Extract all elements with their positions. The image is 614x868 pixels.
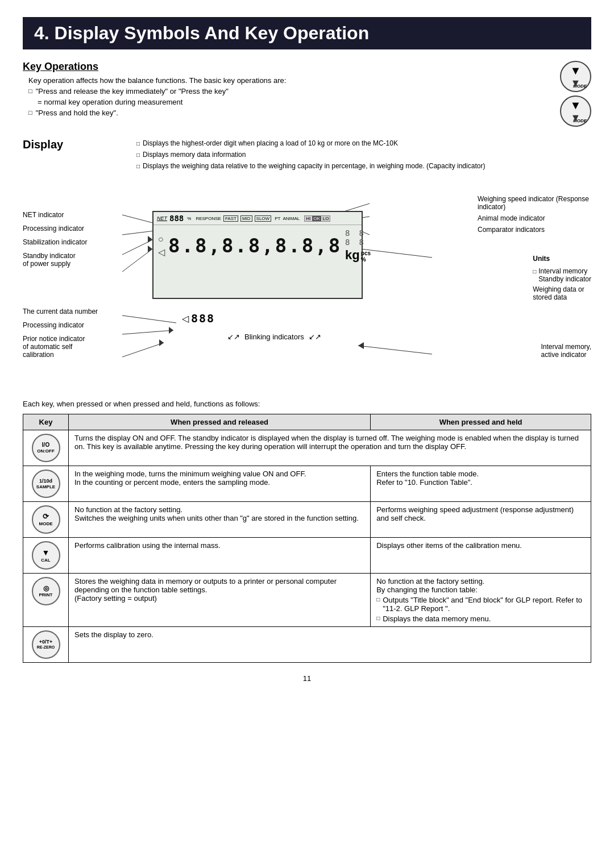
processing-indicator-2: Processing indicator xyxy=(23,321,98,329)
operations-table: Key When pressed and released When press… xyxy=(23,414,591,663)
table-row: I/O ON:OFF Turns the display ON and OFF.… xyxy=(23,430,591,466)
right-labels-top: Weighing speed indicator (Response indic… xyxy=(478,195,591,237)
bbb-digits: 888 xyxy=(191,312,215,325)
kg-unit: kg xyxy=(345,248,360,263)
cal-pressed-held: Displays other items of the calibration … xyxy=(371,538,591,574)
key-operations-heading: Key Operations xyxy=(23,61,549,73)
current-data-label: The current data number xyxy=(23,308,98,315)
svg-marker-4 xyxy=(148,236,152,243)
interval-standby-label: □ Interval memory Standby indicator xyxy=(533,267,591,283)
cal-key-icon: ▼ CAL xyxy=(32,541,60,570)
display-heading: Display xyxy=(23,138,136,151)
svg-marker-14 xyxy=(159,339,164,346)
circle-indicator: ○ xyxy=(158,234,165,244)
mode-icons-container: ▼ MODE ▼ MODE xyxy=(560,61,591,127)
col-key: Key xyxy=(23,414,69,430)
weighing-speed-label: Weighing speed indicator (Response indic… xyxy=(478,195,591,211)
table-intro: Each key, when pressed or when pressed a… xyxy=(23,400,591,408)
io-description: Turns the display ON and OFF. The standb… xyxy=(69,430,591,466)
stabilization-indicator-text: Stabilization indicator xyxy=(23,238,87,246)
top-digits: 888 xyxy=(169,214,184,223)
top-bullet-2: □ Displays memory data information xyxy=(136,149,591,160)
mode-pressed-held: Performs weighing speed adjustment (resp… xyxy=(371,502,591,538)
standby-indicator-text: Standby indicator of power supply xyxy=(23,252,87,268)
main-digits: 8.8,8.8,8.8,8 xyxy=(168,234,342,257)
scale-display-device: NET 888 % RESPONSE FAST MID SLOW PT ANIM… xyxy=(152,211,363,299)
col-pressed-released: When pressed and released xyxy=(69,414,371,430)
print-key-icon: ◎ PRINT xyxy=(32,577,60,605)
svg-line-9 xyxy=(361,249,432,258)
hi-indicator: HI xyxy=(305,216,312,221)
blinking-indicators-label: ↙↗ Blinking indicators ↙↗ xyxy=(227,333,321,341)
net-indicator-text: NET indicator xyxy=(23,211,87,219)
percent-indicator: % xyxy=(187,216,191,221)
print-pressed-held: No function at the factory setting. By c… xyxy=(371,574,591,627)
fast-indicator: FAST xyxy=(223,215,238,222)
page-number: 11 xyxy=(23,674,591,683)
comparator-label: Comparator indicators xyxy=(478,226,591,234)
table-section: Each key, when pressed or when pressed a… xyxy=(23,400,591,663)
animal-mode-label: Animal mode indicator xyxy=(478,214,591,222)
display-diagram: NET 888 % RESPONSE FAST MID SLOW PT ANIM… xyxy=(23,172,591,388)
mid-indicator: MID xyxy=(240,215,252,222)
triangle-indicator: ◁ xyxy=(158,247,165,258)
svg-marker-12 xyxy=(169,327,173,334)
interval-active-label: Interval memory, active indicator xyxy=(541,343,591,359)
lo-indicator: LO xyxy=(322,216,330,221)
units-label: Units xyxy=(533,255,591,263)
io-key-icon: I/O ON:OFF xyxy=(32,434,60,462)
percent-unit: % xyxy=(361,256,371,263)
left-labels: NET indicator Processing indicator Stabi… xyxy=(23,211,87,268)
processing-indicator-text: Processing indicator xyxy=(23,225,87,232)
net-indicator-label: NET xyxy=(157,215,167,221)
rezero-description: Sets the display to zero. xyxy=(69,627,591,663)
ok-indicator: OK xyxy=(312,216,321,221)
mode-pressed-released: No function at the factory setting. Swit… xyxy=(69,502,371,538)
key-ops-bullet2: "Press and hold the key". xyxy=(28,109,549,117)
bottom-left-labels: The current data number Processing indic… xyxy=(23,308,98,359)
small-bbb-indicator: ◁ 888 xyxy=(182,312,215,325)
key-io: I/O ON:OFF xyxy=(23,430,69,466)
key-ops-bullet1: "Press and release the key immediately" … xyxy=(28,87,549,95)
bottom-right-labels: Interval memory, active indicator xyxy=(541,343,591,359)
sample-pressed-released: In the weighing mode, turns the minimum … xyxy=(69,466,371,502)
page-title: 4. Display Symbols And Key Operation xyxy=(23,17,591,49)
animal-indicator: ANIMAL xyxy=(283,216,300,221)
table-row: ⟳ MODE No function at the factory settin… xyxy=(23,502,591,538)
table-row: ▼ CAL Performs calibration using the int… xyxy=(23,538,591,574)
sample-key-icon: 1/10d SAMPLE xyxy=(32,470,60,498)
sample-pressed-held: Enters the function table mode. Refer to… xyxy=(371,466,591,502)
mode-key-icon: ⟳ MODE xyxy=(32,505,60,534)
response-indicator: RESPONSE xyxy=(196,216,221,221)
display-section: Display □ Displays the highest-order dig… xyxy=(23,138,591,388)
table-row: 1/10d SAMPLE In the weighing mode, turns… xyxy=(23,466,591,502)
slow-indicator: SLOW xyxy=(255,215,272,222)
prior-notice-label: Prior notice indicator of automatic self… xyxy=(23,335,98,359)
pcs-unit: pcs xyxy=(361,250,371,256)
key-operations-section: Key Operations Key operation affects how… xyxy=(23,61,591,127)
key-print: ◎ PRINT xyxy=(23,574,69,627)
processing-arrow: ◁ xyxy=(182,313,189,324)
cal-pressed-released: Performs calibration using the internal … xyxy=(69,538,371,574)
key-ops-description: Key operation affects how the balance fu… xyxy=(28,76,549,85)
weighing-data-label: Weighing data or stored data xyxy=(533,285,591,301)
svg-line-15 xyxy=(358,346,432,354)
table-row: ◎ PRINT Stores the weighing data in memo… xyxy=(23,574,591,627)
svg-line-11 xyxy=(122,330,173,334)
mode-icon-bottom: ▼ MODE xyxy=(560,95,591,127)
col-pressed-held: When pressed and held xyxy=(371,414,591,430)
top-bullet-1: □ Displays the highest-order digit when … xyxy=(136,138,591,148)
pt-indicator: PT xyxy=(275,216,280,221)
key-ops-bullet1b: = normal key operation during measuremen… xyxy=(38,98,549,106)
svg-line-2 xyxy=(122,239,154,255)
key-sample: 1/10d SAMPLE xyxy=(23,466,69,502)
mode-icon-top: ▼ MODE xyxy=(560,61,591,92)
key-cal: ▼ CAL xyxy=(23,538,69,574)
top-bullet-3: □ Displays the weighing data relative to… xyxy=(136,161,591,171)
svg-marker-16 xyxy=(358,342,364,349)
svg-line-10 xyxy=(122,315,176,323)
memory-digits: 8 8 8 8 xyxy=(345,229,371,247)
key-mode: ⟳ MODE xyxy=(23,502,69,538)
svg-line-13 xyxy=(122,343,164,357)
print-pressed-released: Stores the weighing data in memory or ou… xyxy=(69,574,371,627)
